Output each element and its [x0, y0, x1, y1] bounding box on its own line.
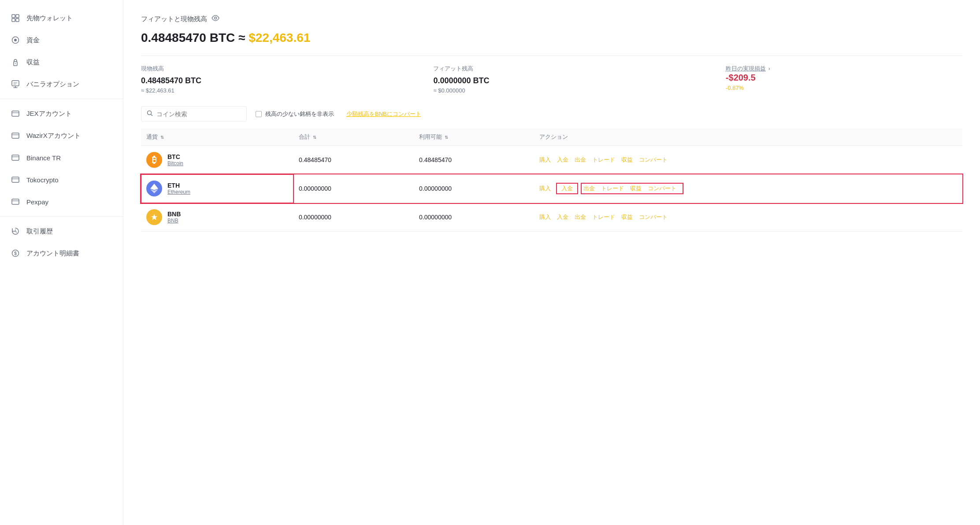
- main-content: フィアットと現物残高 0.48485470 BTC ≈ $22,463.61 現…: [123, 0, 980, 525]
- col-actions: アクション: [534, 129, 962, 146]
- sidebar-item-funds[interactable]: 資金: [0, 29, 123, 51]
- btc-withdraw-btn[interactable]: 出金: [575, 156, 586, 164]
- btc-actions: 購入 入金 出金 トレード 収益 コンバート: [534, 146, 962, 174]
- svg-point-17: [148, 111, 152, 115]
- sidebar-item-pexpay[interactable]: Pexpay: [0, 191, 123, 213]
- bnb-currency-cell: BNB BNB: [141, 203, 293, 232]
- eth-symbol: ETH: [167, 182, 190, 189]
- pnl-label[interactable]: 昨日の実現損益: [726, 65, 766, 73]
- spot-balance-card: 現物残高 0.48485470 BTC ≈ $22,463.61: [141, 65, 433, 94]
- eth-withdraw-btn[interactable]: 出金: [583, 185, 595, 192]
- sidebar: 先物ウォレット 資金 収益: [0, 0, 123, 525]
- bnb-icon: [146, 209, 162, 225]
- funds-icon: [11, 35, 20, 45]
- svg-text:$: $: [14, 251, 17, 256]
- bnb-deposit-btn[interactable]: 入金: [557, 213, 568, 221]
- col-currency[interactable]: 通貨 ⇅: [141, 129, 293, 146]
- sidebar-item-label: WazirXアカウント: [26, 132, 81, 140]
- btc-name[interactable]: Bitcoin: [167, 160, 183, 166]
- main-balance-separator: ≈: [238, 31, 249, 44]
- sidebar-divider: [0, 99, 123, 99]
- svg-rect-9: [12, 111, 19, 116]
- sidebar-item-vanilla[interactable]: バニラオプション: [0, 73, 123, 95]
- filter-row: 残高の少ない銘柄を非表示 少額残高をBNBにコンバート: [141, 106, 962, 122]
- eth-deposit-btn[interactable]: 入金: [557, 185, 577, 192]
- svg-rect-0: [12, 15, 15, 18]
- bnb-available: 0.00000000: [414, 203, 534, 232]
- btc-convert-btn[interactable]: コンバート: [639, 156, 668, 164]
- btc-buy-btn[interactable]: 購入: [539, 156, 551, 164]
- bnb-trade-btn[interactable]: トレード: [592, 213, 615, 221]
- bnb-name[interactable]: BNB: [167, 218, 181, 224]
- sort-icon-available: ⇅: [445, 135, 448, 140]
- col-available[interactable]: 利用可能 ⇅: [414, 129, 534, 146]
- svg-rect-1: [16, 15, 19, 18]
- sort-icon-currency: ⇅: [160, 135, 164, 140]
- btc-trade-btn[interactable]: トレード: [592, 156, 615, 164]
- futures-icon: [11, 13, 20, 23]
- pnl-pct: -0.87%: [726, 85, 948, 91]
- eth-currency-cell: ETH Ethereum: [141, 174, 293, 203]
- sidebar-item-account-statement[interactable]: $ アカウント明細書: [0, 242, 123, 264]
- bnb-withdraw-btn[interactable]: 出金: [575, 213, 586, 221]
- page-title-row: フィアットと現物残高: [141, 14, 962, 24]
- fiat-balance-usd: ≈ $0.000000: [433, 87, 711, 94]
- sidebar-item-label: 資金: [26, 36, 40, 44]
- sidebar-item-earn[interactable]: 収益: [0, 51, 123, 73]
- btc-currency-cell: ₿ BTC Bitcoin: [141, 146, 293, 174]
- eth-trade-btn[interactable]: トレード: [601, 185, 624, 192]
- balance-cards: 現物残高 0.48485470 BTC ≈ $22,463.61 フィアット残高…: [141, 55, 962, 94]
- tokocrypto-icon: [11, 175, 20, 185]
- svg-point-16: [215, 17, 217, 19]
- svg-rect-2: [12, 18, 15, 22]
- statement-icon: $: [11, 248, 20, 258]
- sidebar-item-futures-wallet[interactable]: 先物ウォレット: [0, 7, 123, 29]
- search-input[interactable]: [156, 111, 241, 118]
- bnb-actions: 購入 入金 出金 トレード 収益 コンバート: [534, 203, 962, 232]
- binance-tr-icon: [11, 153, 20, 163]
- hide-small-balances-label: 残高の少ない銘柄を非表示: [265, 110, 334, 118]
- col-total[interactable]: 合計 ⇅: [293, 129, 414, 146]
- eth-earn-btn[interactable]: 収益: [630, 185, 642, 192]
- pnl-arrow-icon: ›: [768, 66, 770, 72]
- svg-rect-10: [12, 133, 19, 138]
- pnl-card: 昨日の実現損益 › -$209.5 -0.87%: [726, 65, 962, 94]
- svg-rect-12: [12, 177, 19, 182]
- svg-point-7: [15, 63, 16, 64]
- sidebar-item-tokocrypto[interactable]: Tokocrypto: [0, 169, 123, 191]
- hide-small-balances-row: 残高の少ない銘柄を非表示: [256, 110, 334, 118]
- eth-name[interactable]: Ethereum: [167, 189, 190, 195]
- spot-balance-label: 現物残高: [141, 65, 419, 73]
- sidebar-item-binance-tr[interactable]: Binance TR: [0, 147, 123, 169]
- sidebar-item-jex[interactable]: JEXアカウント: [0, 103, 123, 125]
- bnb-symbol: BNB: [167, 211, 181, 218]
- convert-to-bnb-link[interactable]: 少額残高をBNBにコンバート: [346, 110, 421, 118]
- sidebar-item-trade-history[interactable]: 取引履歴: [0, 220, 123, 242]
- btc-total: 0.48485470: [293, 146, 414, 174]
- svg-rect-11: [12, 155, 19, 160]
- btc-symbol: BTC: [167, 153, 183, 160]
- sidebar-item-wazirx[interactable]: WazirXアカウント: [0, 125, 123, 147]
- fiat-balance-card: フィアット残高 0.0000000 BTC ≈ $0.000000: [433, 65, 725, 94]
- table-row: BNB BNB 0.00000000 0.00000000 購入 入金 出金 ト…: [141, 203, 962, 232]
- eth-convert-btn[interactable]: コンバート: [648, 185, 676, 192]
- sidebar-item-label: Binance TR: [26, 154, 61, 162]
- bnb-convert-btn[interactable]: コンバート: [639, 213, 668, 221]
- bnb-earn-btn[interactable]: 収益: [621, 213, 633, 221]
- sidebar-item-label: 取引履歴: [26, 227, 53, 236]
- eye-icon[interactable]: [212, 14, 219, 24]
- spot-balance-usd: ≈ $22,463.61: [141, 87, 419, 94]
- sidebar-item-label: JEXアカウント: [26, 110, 72, 118]
- table-header: 通貨 ⇅ 合計 ⇅ 利用可能 ⇅ アクション: [141, 129, 962, 146]
- btc-deposit-btn[interactable]: 入金: [557, 156, 568, 164]
- main-balance-usd: $22,463.61: [249, 31, 310, 44]
- fiat-balance-label: フィアット残高: [433, 65, 711, 73]
- hide-small-balances-checkbox[interactable]: [256, 111, 262, 117]
- btc-icon: ₿: [146, 152, 162, 168]
- pexpay-icon: [11, 197, 20, 207]
- btc-earn-btn[interactable]: 収益: [621, 156, 633, 164]
- eth-icon: [146, 181, 162, 196]
- sort-icon-total: ⇅: [313, 135, 316, 140]
- bnb-buy-btn[interactable]: 購入: [539, 213, 551, 221]
- eth-buy-btn[interactable]: 購入: [539, 185, 551, 192]
